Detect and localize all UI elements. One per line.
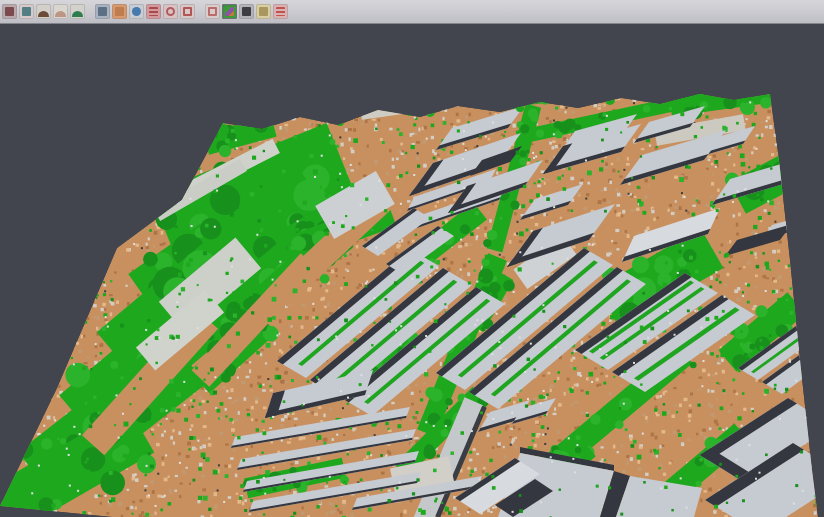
settings-ring-icon[interactable]	[163, 4, 178, 19]
measure-tool-icon[interactable]	[256, 4, 271, 19]
crop-selection-icon[interactable]	[180, 4, 195, 19]
canopy-model-icon[interactable]	[70, 4, 85, 19]
globe-view-icon[interactable]	[129, 4, 144, 19]
toolbar-separator	[87, 11, 93, 12]
toolbar-separator	[197, 11, 203, 12]
layer-list-icon[interactable]	[146, 4, 161, 19]
surface-model-icon[interactable]	[53, 4, 68, 19]
flag-marker-icon[interactable]	[273, 4, 288, 19]
ortho-image-icon[interactable]	[112, 4, 127, 19]
classification-colors-icon[interactable]	[222, 4, 237, 19]
column-view-icon[interactable]	[95, 4, 110, 19]
toolbar-icon-group	[2, 4, 288, 19]
point-cloud-viewport[interactable]	[0, 0, 824, 517]
ground-model-icon[interactable]	[36, 4, 51, 19]
open-file-icon[interactable]	[2, 4, 17, 19]
import-points-icon[interactable]	[19, 4, 34, 19]
toolbar	[0, 0, 824, 24]
grid-overlay-icon[interactable]	[205, 4, 220, 19]
snapshot-camera-icon[interactable]	[239, 4, 254, 19]
